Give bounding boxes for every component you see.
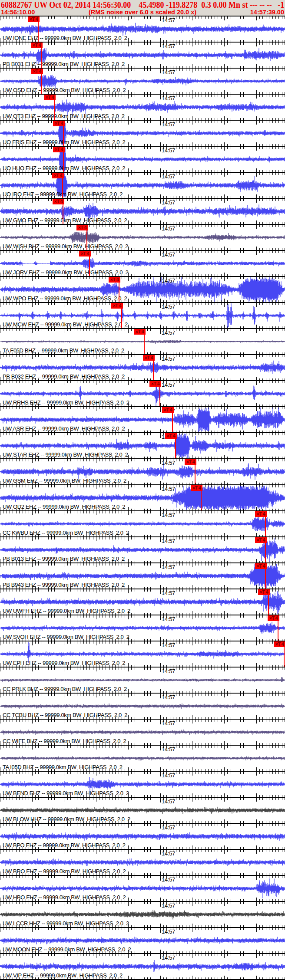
minute-tick-label: 14:57 [162, 121, 175, 128]
station-label: UW MOON EHZ -- 99999.0km BW HIGHPASS 2.0… [3, 946, 131, 953]
trace-panel[interactable]: 14:57 UW RRHS EHZ -- 99999.0km BW HIGHPA… [0, 380, 285, 406]
trace-panel[interactable]: 14:57 UW IONE EHZ -- 99999.0km BW HIGHPA… [0, 16, 285, 42]
pick-flag[interactable]: ×T 4 [258, 589, 270, 595]
trace-panel[interactable]: 14:57 UW WPO EHZ -- 99999.0km BW HIGHPAS… [0, 276, 285, 302]
minute-tick-label: 14:57 [162, 43, 175, 49]
station-label: TA I05D BHZ -- 99999.0km BW HIGHPASS 2.0… [3, 764, 123, 770]
minute-tick-label: 14:57 [162, 746, 175, 753]
minute-tick-label: 14:57 [162, 954, 175, 961]
station-label: UW WISH BHZ -- 99999.0km BW HIGHPASS 2.0… [3, 243, 128, 250]
trace-panel[interactable]: 14:57 UW BRO EHZ -- 99999.0km BW HIGHPAS… [0, 849, 285, 875]
pick-flag[interactable]: ×T 4 [28, 16, 40, 22]
trace-panel[interactable]: 14:57 UO IRO EHZ -- 99999.0km BW HIGHPAS… [0, 172, 285, 198]
trace-panel[interactable]: 14:57 CC KWBU EHZ -- 99999.0km BW HIGHPA… [0, 510, 285, 536]
trace-panel[interactable]: 14:57 UW GMO EHZ -- 99999.0km BW HIGHPAS… [0, 198, 285, 224]
pick-flag[interactable]: ×T 4 [149, 381, 161, 387]
pick-flag[interactable]: ×T 4 [111, 303, 123, 309]
pick-flag[interactable]: ×T 4 [255, 537, 267, 543]
minute-tick-label: 14:57 [162, 199, 175, 206]
minute-tick-label: 14:57 [162, 850, 175, 857]
minute-tick-label: 14:57 [162, 381, 175, 388]
pick-flag[interactable]: ×T 4 [268, 615, 279, 621]
pick-flag[interactable]: ×T 4 [53, 199, 64, 204]
trace-panel[interactable]: 14:57 PB B943 EHZ -- 99999.0km BW HIGHPA… [0, 562, 285, 589]
station-label: UW VIP EHZ -- 99999.0km BW HIGHPASS 2.0 … [3, 972, 123, 979]
trace-panel[interactable]: 14:57 UW BPO EHZ -- 99999.0km BW HIGHPAS… [0, 823, 285, 849]
pick-flag[interactable]: ×T 4 [185, 459, 196, 465]
trace-panel[interactable]: 14:57 TA I05D BHZ -- 99999.0km BW HIGHPA… [0, 745, 285, 771]
pick-flag[interactable]: ×T 4 [255, 511, 267, 517]
pick-flag[interactable]: ×T 4 [31, 69, 43, 74]
station-label: UW BEND EHZ -- 99999.0km BW HIGHPASS 2.0… [3, 790, 129, 796]
minute-tick-label: 14:57 [162, 277, 175, 284]
trace-panel[interactable]: 14:57 UW MOON EHZ -- 99999.0km BW HIGHPA… [0, 927, 285, 953]
trace-panel[interactable]: 14:57 UW VIP EHZ -- 99999.0km BW HIGHPAS… [0, 953, 285, 979]
pick-flag[interactable]: ×T 4 [255, 563, 267, 569]
trace-panel[interactable]: 14:57 CC WIFE BHZ -- 99999.0km BW HIGHPA… [0, 719, 285, 745]
station-label: UW JORV EHZ -- 99999.0km BW HIGHPASS 2.0… [3, 269, 128, 276]
trace-panel[interactable]: 14:57 UW UWFH EHZ -- 99999.0km BW HIGHPA… [0, 589, 285, 615]
trace-panel[interactable]: 14:57 UW STAR EHZ -- 99999.0km BW HIGHPA… [0, 432, 285, 458]
pick-flag[interactable]: ×T 4 [79, 251, 91, 257]
pick-flag[interactable]: ×T 4 [44, 95, 56, 100]
station-label: UW ASR EHZ -- 99999.0km BW HIGHPASS 2.0 … [3, 425, 125, 432]
station-label: UW IONE EHZ -- 99999.0km BW HIGHPASS 2.0… [3, 35, 127, 41]
trace-panel[interactable]: 14:57 UW BEND EHZ -- 99999.0km BW HIGHPA… [0, 771, 285, 797]
minute-tick-label: 14:57 [162, 173, 175, 180]
trace-panel[interactable]: 14:57 CC TCBU BHZ -- 99999.0km BW HIGHPA… [0, 693, 285, 719]
trace-panel[interactable]: 14:57 UO FRIS EHZ -- 99999.0km BW HIGHPA… [0, 120, 285, 146]
trace-panel[interactable]: 14:57 UW OD2 EHZ -- 99999.0km BW HIGHPAS… [0, 484, 285, 510]
waveform-review-window: 60882767 UW Oct 02, 2014 14:56:30.00 45.… [0, 0, 285, 980]
pick-flag[interactable]: ×T 4 [143, 355, 155, 361]
pick-flag[interactable]: ×T 4 [134, 329, 146, 335]
trace-panel[interactable]: 14:57 UW WISH BHZ -- 99999.0km BW HIGHPA… [0, 224, 285, 250]
station-label: UW WPO EHZ -- 99999.0km BW HIGHPASS 2.0 … [3, 295, 127, 302]
minute-tick-label: 14:57 [162, 876, 175, 883]
pick-flag[interactable]: ×T 4 [191, 485, 202, 491]
minute-tick-label: 14:57 [162, 772, 175, 779]
minute-tick-label: 14:57 [162, 642, 175, 648]
trace-panel[interactable]: 14:57 PB B031 EHZ -- 99999.0km BW HIGHPA… [0, 42, 285, 68]
pick-flag[interactable]: ×T 4 [53, 147, 65, 152]
trace-panel[interactable]: 14:57 UO HUO EHZ -- 99999.0km BW HIGHPAS… [0, 146, 285, 172]
station-label: CC WIFE BHZ -- 99999.0km BW HIGHPASS 2.0… [3, 738, 126, 744]
trace-panel[interactable]: 14:57 UW EPH EHZ -- 99999.0km BW HIGHPAS… [0, 641, 285, 667]
minute-tick-label: 14:57 [162, 69, 175, 76]
pick-flag[interactable]: ×T 4 [76, 225, 88, 230]
minute-tick-label: 14:57 [162, 329, 175, 336]
pick-flag[interactable]: ×T 4 [109, 277, 120, 283]
station-label: UO FRIS EHZ -- 99999.0km BW HIGHPASS 2.0… [3, 139, 125, 145]
station-label: CC PRLK BHZ -- 99999.0km BW HIGHPASS 2.0… [3, 686, 127, 692]
minute-tick-label: 14:57 [162, 303, 175, 310]
minute-tick-label: 14:57 [162, 928, 175, 935]
trace-panel[interactable]: 14:57 UW OSD EHZ -- 99999.0km BW HIGHPAS… [0, 68, 285, 94]
trace-panel[interactable]: 14:57 UW HBO EHZ -- 99999.0km BW HIGHPAS… [0, 875, 285, 901]
trace-list: 14:57 UW IONE EHZ -- 99999.0km BW HIGHPA… [0, 0, 285, 980]
station-label: UW GMO EHZ -- 99999.0km BW HIGHPASS 2.0 … [3, 217, 127, 224]
minute-tick-label: 14:57 [162, 225, 175, 232]
trace-panel[interactable]: 14:57 UW BLOW HHZ -- 99999.0km BW HIGHPA… [0, 797, 285, 823]
station-label: CC TCBU BHZ -- 99999.0km BW HIGHPASS 2.0… [3, 712, 127, 718]
station-label: UW UWFH EHZ -- 99999.0km BW HIGHPASS 2.0… [3, 608, 130, 614]
trace-panel[interactable]: 14:57 TA F05D BHZ -- 99999.0km BW HIGHPA… [0, 328, 285, 354]
trace-panel[interactable]: 14:57 CC PRLK BHZ -- 99999.0km BW HIGHPA… [0, 667, 285, 693]
trace-panel[interactable]: 14:57 UW SVOH EHZ -- 99999.0km BW HIGHPA… [0, 615, 285, 641]
pick-flag[interactable]: ×T 4 [52, 173, 64, 178]
station-label: TA F05D BHZ -- 99999.0km BW HIGHPASS 2.0… [3, 347, 124, 354]
trace-panel[interactable]: 14:57 UW GSM EHZ -- 99999.0km BW HIGHPAS… [0, 458, 285, 484]
trace-panel[interactable]: 14:57 UW JORV EHZ -- 99999.0km BW HIGHPA… [0, 250, 285, 276]
pick-flag[interactable]: ×T 4 [53, 121, 65, 126]
station-label: UW LCCR HHZ -- 99999.0km BW HIGHPASS 2.0… [3, 920, 129, 927]
trace-panel[interactable]: 14:57 PB B032 EHZ -- 99999.0km BW HIGHPA… [0, 354, 285, 380]
station-label: PB B013 EHZ -- 99999.0km BW HIGHPASS 2.0… [3, 556, 125, 562]
pick-flag[interactable]: ×T 4 [162, 407, 174, 413]
pick-flag[interactable]: ×T 4 [31, 43, 43, 48]
trace-panel[interactable]: 14:57 UW MCW EHZ -- 99999.0km BW HIGHPAS… [0, 302, 285, 328]
station-label: UW HBO EHZ -- 99999.0km BW HIGHPASS 2.0 … [3, 894, 126, 901]
trace-panel[interactable]: 14:57 UW ASR EHZ -- 99999.0km BW HIGHPAS… [0, 406, 285, 432]
trace-panel[interactable]: 14:57 PB B013 EHZ -- 99999.0km BW HIGHPA… [0, 536, 285, 562]
pick-flag[interactable]: ×T 4 [165, 433, 177, 439]
pick-flag[interactable]: ×T 4 [274, 641, 285, 647]
trace-panel[interactable]: 14:57 UW LCCR HHZ -- 99999.0km BW HIGHPA… [0, 901, 285, 927]
trace-panel[interactable]: 14:57 UW QT3 EHZ -- 99999.0km BW HIGHPAS… [0, 94, 285, 120]
